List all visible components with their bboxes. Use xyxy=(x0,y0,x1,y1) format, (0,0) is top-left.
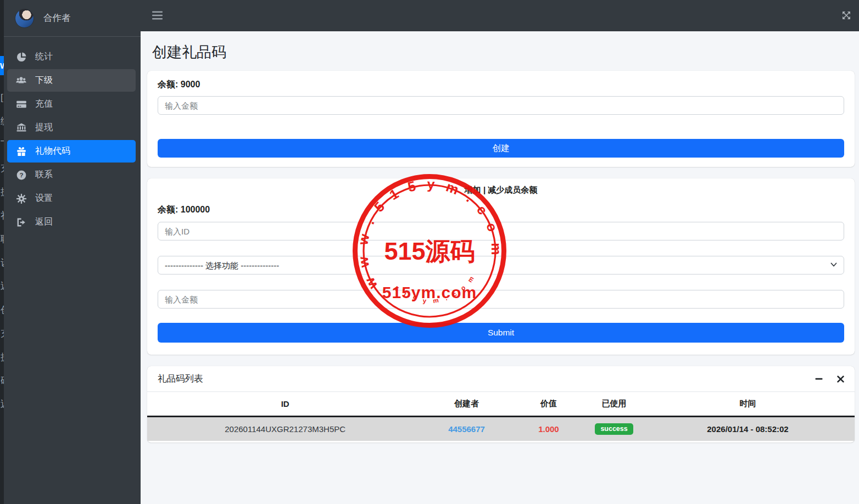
pie-chart-icon xyxy=(15,52,27,63)
edge-strip-char: 统 xyxy=(1,116,4,127)
edge-strip-char: 礼 xyxy=(1,210,4,221)
credit-card-icon xyxy=(15,99,27,110)
gift-code-value: 1.000 xyxy=(510,417,587,441)
member-card-header: 增加 | 减少成员余额 xyxy=(158,185,844,195)
list-card-title: 礼品码列表 xyxy=(158,373,203,385)
sidebar-item-recharge[interactable]: 充值 xyxy=(7,93,136,115)
fullscreen-icon[interactable] xyxy=(841,10,851,23)
edge-strip-char: W xyxy=(0,61,4,70)
sidebar-item-contact[interactable]: ? 联系 xyxy=(7,164,136,186)
member-balance-card: 增加 | 减少成员余额 余额: 100000 -------------- 选择… xyxy=(147,178,855,355)
question-circle-icon: ? xyxy=(15,170,27,181)
sidebar-item-label: 设置 xyxy=(35,193,53,204)
sidebar-item-label: 礼物代码 xyxy=(35,145,70,157)
column-header-id[interactable]: ID xyxy=(147,392,423,417)
sidebar-item-label: 提现 xyxy=(35,122,53,133)
edge-strip-char: 设 xyxy=(1,257,4,268)
edge-strip-char: 充 xyxy=(1,163,4,174)
sidebar-user-panel[interactable]: 合作者 xyxy=(4,0,141,37)
background-edge-strip: W [ 统 下 充 提 礼 联 设 返 创 充 提 码 返 xyxy=(0,0,4,504)
gift-code-list-card: 礼品码列表 ID 创建者 价值 已使用 时间 xyxy=(147,366,855,443)
sidebar-item-label: 下级 xyxy=(35,75,53,86)
created-time: 2026/01/14 - 08:52:02 xyxy=(641,417,855,441)
gift-code-table: ID 创建者 价值 已使用 时间 202601144UXGR21273M3H5P… xyxy=(147,392,855,441)
sidebar-nav: 统计 下级 充值 提现 礼物代码 xyxy=(4,46,141,233)
amount-input[interactable] xyxy=(158,96,844,115)
avatar xyxy=(15,9,34,28)
sidebar-item-label: 统计 xyxy=(35,51,53,63)
column-header-used[interactable]: 已使用 xyxy=(587,392,641,417)
member-id-input[interactable] xyxy=(158,222,844,240)
sidebar-item-label: 联系 xyxy=(35,169,53,181)
sidebar-item-back[interactable]: 返回 xyxy=(7,211,136,233)
edge-strip-char: 码 xyxy=(1,376,4,387)
sidebar-item-label: 充值 xyxy=(35,98,53,110)
creator-link[interactable]: 44556677 xyxy=(423,417,510,441)
main-content: 创建礼品码 余额: 9000 创建 增加 | 减少成员余额 余额: 100000… xyxy=(141,31,859,504)
gear-icon xyxy=(15,193,27,204)
create-gift-code-card: 余额: 9000 创建 xyxy=(147,71,855,167)
function-select[interactable]: -------------- 选择功能 -------------- xyxy=(158,256,844,275)
gift-icon xyxy=(15,146,27,157)
sidebar-item-withdraw[interactable]: 提现 xyxy=(7,116,136,139)
submit-button[interactable]: Submit xyxy=(158,323,844,343)
sidebar-item-label: 返回 xyxy=(35,216,53,228)
edge-strip-char: 返 xyxy=(1,281,4,292)
sidebar-item-gift-code[interactable]: 礼物代码 xyxy=(7,140,136,163)
status-badge: success xyxy=(595,423,633,435)
table-header-row: ID 创建者 价值 已使用 时间 xyxy=(147,392,855,417)
close-icon[interactable] xyxy=(837,376,844,383)
users-icon xyxy=(15,75,27,86)
create-button[interactable]: 创建 xyxy=(158,139,844,158)
edge-strip-char: 返 xyxy=(1,399,4,410)
balance-label: 余额: 100000 xyxy=(158,204,844,216)
page-title: 创建礼品码 xyxy=(152,42,855,62)
sidebar-item-subordinates[interactable]: 下级 xyxy=(7,69,136,92)
edge-strip-char: 充 xyxy=(1,328,4,339)
column-header-creator[interactable]: 创建者 xyxy=(423,392,510,417)
used-cell: success xyxy=(587,417,641,441)
collapse-icon[interactable] xyxy=(815,375,823,383)
balance-label: 余额: 9000 xyxy=(158,79,844,91)
column-header-time[interactable]: 时间 xyxy=(641,392,855,417)
edge-strip-char: 下 xyxy=(1,139,4,150)
list-card-header: 礼品码列表 xyxy=(147,366,855,392)
edge-strip-char: 提 xyxy=(1,187,4,198)
edge-strip-highlight: W xyxy=(0,56,4,75)
topbar xyxy=(141,0,859,31)
edge-strip-char: [ xyxy=(1,92,4,103)
sidebar-item-settings[interactable]: 设置 xyxy=(7,187,136,210)
edge-strip-char: 联 xyxy=(1,234,4,245)
user-name: 合作者 xyxy=(43,12,71,24)
sidebar-item-stats[interactable]: 统计 xyxy=(7,46,136,68)
bank-icon xyxy=(15,122,27,133)
table-row[interactable]: 202601144UXGR21273M3H5PC 44556677 1.000 … xyxy=(147,417,855,441)
sign-out-icon xyxy=(15,217,27,228)
edge-strip-char: 提 xyxy=(1,352,4,363)
member-amount-input[interactable] xyxy=(158,290,844,309)
edge-strip-char: 创 xyxy=(1,305,4,316)
function-select-wrap: -------------- 选择功能 -------------- xyxy=(158,256,844,275)
svg-text:?: ? xyxy=(19,172,23,178)
gift-code-id: 202601144UXGR21273M3H5PC xyxy=(147,417,423,441)
column-header-value[interactable]: 价值 xyxy=(510,392,587,417)
menu-toggle-icon[interactable] xyxy=(152,11,163,22)
sidebar: 合作者 统计 下级 充值 提现 xyxy=(4,0,141,504)
